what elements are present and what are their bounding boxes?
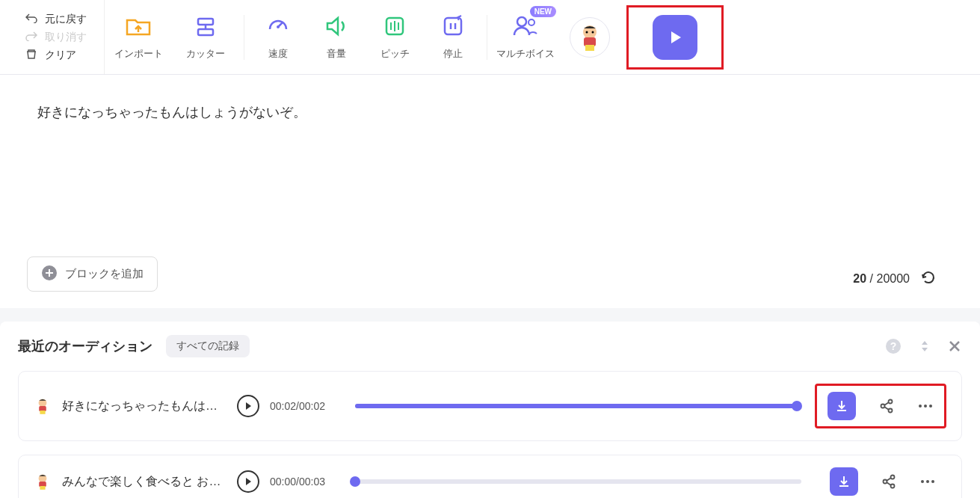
audition-header: 最近のオーディション すべての記録 ?	[18, 335, 962, 357]
track-avatar-icon	[34, 397, 52, 415]
progress-knob[interactable]	[792, 401, 802, 411]
svg-text:?: ?	[890, 340, 897, 352]
track-actions	[819, 467, 946, 496]
char-count: 20 / 20000	[853, 269, 937, 289]
audition-panel: 最近のオーディション すべての記録 ? 好きになっちゃったもんはし... 00:…	[0, 322, 980, 498]
svg-point-12	[517, 17, 526, 26]
add-block-label: ブロックを追加	[65, 267, 144, 281]
voice-avatar[interactable]	[570, 17, 610, 58]
sort-icon[interactable]	[917, 339, 932, 354]
track-actions-highlight	[815, 384, 946, 428]
volume-button[interactable]: 音量	[307, 0, 366, 74]
refresh-icon[interactable]	[920, 269, 937, 289]
toolbar-group-voice: NEW マルチボイス	[492, 0, 620, 74]
add-block-button[interactable]: ブロックを追加	[27, 256, 158, 292]
svg-line-43	[887, 478, 891, 481]
track-time: 00:02/00:02	[270, 400, 337, 412]
track-progress[interactable]	[355, 479, 801, 484]
audition-title: 最近のオーディション	[18, 337, 152, 355]
cutter-label: カッター	[186, 47, 225, 61]
audition-header-actions: ?	[884, 337, 962, 355]
svg-point-15	[586, 31, 588, 33]
new-badge: NEW	[530, 6, 556, 17]
svg-rect-1	[198, 29, 213, 35]
svg-line-32	[884, 402, 889, 405]
play-button[interactable]	[653, 15, 697, 60]
main-toolbar: 元に戻す 取り消す クリア インポート カッター 速度 音量	[0, 0, 980, 75]
speed-icon	[265, 14, 291, 41]
track-play-button[interactable]	[237, 470, 259, 493]
track-time: 00:00/00:03	[270, 476, 337, 488]
svg-rect-0	[198, 19, 213, 25]
track-play-button[interactable]	[237, 395, 259, 417]
redo-button[interactable]: 取り消す	[25, 31, 104, 44]
play-small-icon	[244, 477, 253, 486]
svg-point-47	[931, 480, 934, 483]
audition-filter[interactable]: すべての記録	[166, 335, 250, 357]
avatar-character-icon	[575, 22, 605, 52]
import-label: インポート	[114, 47, 163, 61]
clear-button[interactable]: クリア	[25, 49, 104, 62]
folder-import-icon	[125, 14, 152, 41]
help-icon[interactable]: ?	[884, 337, 902, 355]
pause-label: 停止	[443, 47, 463, 61]
svg-rect-18	[585, 45, 594, 51]
svg-point-34	[919, 405, 922, 408]
history-actions: 元に戻す 取り消す クリア	[0, 0, 105, 74]
progress-fill	[355, 404, 797, 408]
svg-line-33	[884, 407, 889, 410]
cutter-button[interactable]: カッター	[172, 0, 239, 74]
clear-icon	[25, 49, 37, 61]
svg-rect-9	[445, 18, 461, 34]
toolbar-group-file: インポート カッター	[105, 0, 239, 74]
share-icon[interactable]	[881, 473, 897, 490]
volume-icon	[324, 14, 349, 41]
redo-label: 取り消す	[45, 31, 87, 44]
play-small-icon	[244, 402, 253, 411]
svg-line-44	[887, 482, 891, 485]
svg-point-46	[926, 480, 929, 483]
multivoice-label: マルチボイス	[496, 47, 555, 61]
svg-rect-28	[40, 411, 45, 414]
share-icon[interactable]	[878, 398, 895, 414]
undo-button[interactable]: 元に戻す	[25, 13, 104, 26]
download-button[interactable]	[830, 467, 858, 496]
toolbar-divider	[244, 15, 244, 60]
multivoice-icon	[511, 14, 540, 41]
play-icon	[666, 28, 684, 46]
track-progress[interactable]	[355, 404, 797, 408]
more-icon[interactable]	[919, 479, 936, 484]
multivoice-button[interactable]: NEW マルチボイス	[492, 0, 559, 74]
cutter-icon	[192, 14, 219, 41]
chars-max: 20000	[877, 272, 910, 285]
editor-text[interactable]: 好きになっちゃったもんはしょうがないぞ。	[37, 103, 306, 121]
progress-knob[interactable]	[350, 476, 360, 487]
pause-button[interactable]: 停止	[424, 0, 482, 74]
audio-track: みんなで楽しく食べると おい... 00:00/00:03	[18, 455, 962, 498]
download-button[interactable]	[828, 392, 856, 420]
svg-point-45	[921, 480, 924, 483]
svg-point-35	[924, 405, 927, 408]
pause-icon	[440, 14, 466, 41]
svg-point-4	[277, 25, 280, 28]
editor-panel: 好きになっちゃったもんはしょうがないぞ。 ブロックを追加 20 / 20000	[0, 75, 980, 308]
undo-label: 元に戻す	[45, 13, 87, 26]
svg-rect-39	[40, 486, 45, 490]
speed-button[interactable]: 速度	[249, 0, 307, 74]
import-button[interactable]: インポート	[105, 0, 172, 74]
svg-point-36	[929, 405, 932, 408]
track-title: 好きになっちゃったもんはし...	[62, 399, 226, 414]
play-highlight-box	[626, 5, 724, 70]
download-icon	[834, 399, 849, 414]
chars-sep: /	[866, 272, 876, 285]
svg-point-16	[592, 31, 594, 33]
chars-current: 20	[853, 272, 866, 285]
toolbar-divider	[487, 15, 487, 60]
plus-circle-icon	[41, 265, 58, 283]
close-icon[interactable]	[947, 339, 962, 354]
track-title: みんなで楽しく食べると おい...	[62, 474, 226, 490]
clear-label: クリア	[45, 49, 76, 62]
svg-point-13	[528, 19, 534, 25]
pitch-button[interactable]: ピッチ	[366, 0, 424, 74]
more-icon[interactable]	[917, 404, 934, 408]
